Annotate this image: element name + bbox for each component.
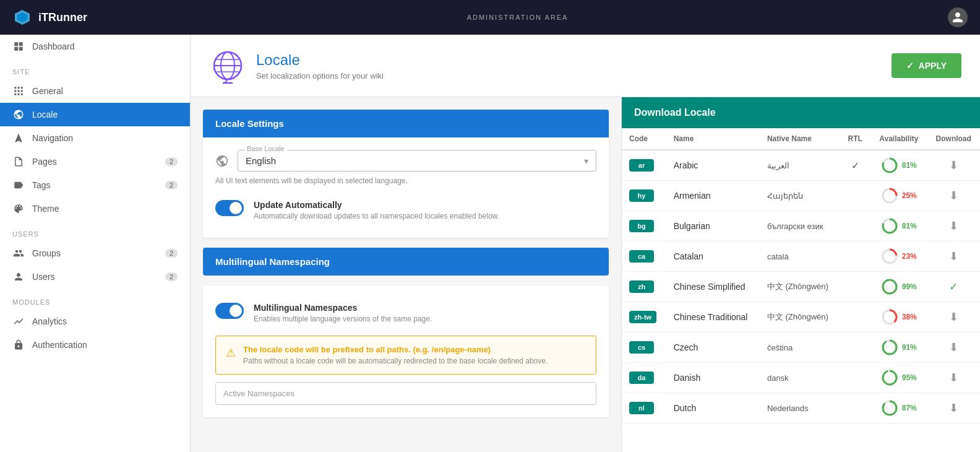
availability-percent: 81% xyxy=(902,222,917,230)
lang-download-cell[interactable]: ⬇ xyxy=(927,181,980,211)
lang-rtl-cell: ✓ xyxy=(840,150,870,181)
left-panel: Locale Settings Base Locale English ▾ xyxy=(191,97,621,452)
availability-indicator: 95% xyxy=(878,369,919,386)
multilingual-toggle[interactable] xyxy=(215,303,244,319)
col-code: Code xyxy=(622,128,666,150)
lang-avail-cell: 87% xyxy=(870,393,927,424)
base-locale-globe-icon xyxy=(215,154,229,168)
lang-native-text: 中文 (Zhōngwén) xyxy=(767,312,828,321)
base-locale-select[interactable]: English xyxy=(246,155,578,166)
availability-indicator: 99% xyxy=(878,278,919,295)
lang-avail-cell: 91% xyxy=(870,332,927,363)
sidebar-item-users[interactable]: Users 2 xyxy=(0,265,190,289)
table-row: arArabicالعربية✓ 81% ⬇ xyxy=(622,150,980,181)
lang-code-cell: bg xyxy=(622,211,666,241)
lang-name-text: Bulgarian xyxy=(674,221,710,231)
progress-circle xyxy=(881,187,898,204)
lang-code-cell: ca xyxy=(622,241,666,272)
lang-name-cell: Danish xyxy=(666,363,760,393)
availability-percent: 95% xyxy=(902,373,917,382)
table-row: zhChinese Simplified中文 (Zhōngwén) 99% ✓ xyxy=(622,272,980,302)
download-button-icon[interactable]: ⬇ xyxy=(949,189,958,202)
svg-point-21 xyxy=(883,341,896,354)
lang-avail-cell: 99% xyxy=(870,272,927,302)
groups-label: Groups xyxy=(32,248,158,258)
col-rtl: RTL xyxy=(840,128,870,150)
sidebar-item-theme[interactable]: Theme xyxy=(0,197,190,220)
lang-code-cell: hy xyxy=(622,181,666,211)
download-button-icon[interactable]: ⬇ xyxy=(949,159,958,172)
sidebar-item-navigation[interactable]: Navigation xyxy=(0,126,190,150)
progress-circle xyxy=(881,248,898,265)
availability-percent: 38% xyxy=(902,313,917,321)
sidebar-item-pages[interactable]: Pages 2 xyxy=(0,150,190,173)
multilingual-hint: Enables multiple language versions of th… xyxy=(254,315,432,323)
lang-name-cell: Arabic xyxy=(666,150,760,181)
tags-badge: 2 xyxy=(165,181,178,189)
progress-circle xyxy=(881,217,898,235)
sidebar-item-general[interactable]: General xyxy=(0,79,190,103)
download-button-icon[interactable]: ⬇ xyxy=(949,220,958,232)
sidebar-item-tags[interactable]: Tags 2 xyxy=(0,173,190,197)
lang-download-cell[interactable]: ⬇ xyxy=(927,393,980,424)
lang-avail-cell: 38% xyxy=(870,302,927,332)
users-section-label: Users xyxy=(0,220,190,241)
availability-percent: 81% xyxy=(902,161,917,170)
warning-text: Paths without a locale code will be auto… xyxy=(243,357,548,365)
lang-native-cell: català xyxy=(760,241,840,272)
update-auto-title: Update Automatically xyxy=(254,200,499,210)
lang-code-cell: zh xyxy=(622,272,666,302)
lang-download-cell[interactable]: ⬇ xyxy=(927,302,980,332)
user-avatar[interactable] xyxy=(948,7,968,27)
apply-button[interactable]: ✓ APPLY xyxy=(892,53,961,78)
lang-download-cell[interactable]: ⬇ xyxy=(927,332,980,363)
lang-download-cell[interactable]: ✓ xyxy=(927,272,980,302)
locale-table: Code Name Native Name RTL Availability D… xyxy=(622,128,980,424)
active-namespaces-field[interactable]: Active Namespaces xyxy=(215,382,596,405)
multilingual-header: Multilingual Namespacing xyxy=(203,248,609,276)
lang-avail-cell: 81% xyxy=(870,211,927,241)
download-button-icon[interactable]: ⬇ xyxy=(949,250,958,263)
download-button-icon[interactable]: ⬇ xyxy=(949,402,958,414)
apply-label: APPLY xyxy=(919,61,947,71)
site-section-label: Site xyxy=(0,58,190,79)
col-native: Native Name xyxy=(760,128,840,150)
download-button-icon[interactable]: ⬇ xyxy=(949,311,958,323)
lang-native-cell: 中文 (Zhōngwén) xyxy=(760,302,840,332)
sidebar-item-analytics[interactable]: Analytics xyxy=(0,310,190,333)
theme-label: Theme xyxy=(32,204,178,214)
base-locale-field[interactable]: Base Locale English ▾ xyxy=(238,150,596,172)
progress-circle xyxy=(881,308,898,326)
sidebar-item-locale[interactable]: Locale xyxy=(0,103,190,126)
base-locale-label: Base Locale xyxy=(244,145,287,152)
active-namespaces-label: Active Namespaces xyxy=(223,389,294,398)
update-auto-row: Update Automatically Automatically downl… xyxy=(215,195,596,225)
lang-code-badge: zh-tw xyxy=(629,311,656,323)
progress-circle xyxy=(881,157,898,174)
lang-download-cell[interactable]: ⬇ xyxy=(927,211,980,241)
lang-code-badge: zh xyxy=(629,280,654,293)
lang-name-text: Danish xyxy=(674,373,701,383)
lang-name-cell: Bulgarian xyxy=(666,211,760,241)
lang-download-cell[interactable]: ⬇ xyxy=(927,363,980,393)
sidebar-item-authentication[interactable]: Authentication xyxy=(0,333,190,357)
locale-label: Locale xyxy=(32,110,178,120)
update-auto-toggle[interactable] xyxy=(215,200,244,216)
sidebar-item-dashboard[interactable]: Dashboard xyxy=(0,35,190,58)
lang-name-cell: Catalan xyxy=(666,241,760,272)
lang-download-cell[interactable]: ⬇ xyxy=(927,150,980,181)
table-row: csCzechčeština 91% ⬇ xyxy=(622,332,980,363)
download-button-icon[interactable]: ⬇ xyxy=(949,341,958,354)
download-button-icon[interactable]: ⬇ xyxy=(949,372,958,384)
lang-download-cell[interactable]: ⬇ xyxy=(927,241,980,272)
download-locale-header: Download Locale xyxy=(622,97,980,128)
availability-indicator: 81% xyxy=(878,157,919,174)
navigation-icon xyxy=(12,133,25,144)
svg-point-23 xyxy=(883,371,896,385)
progress-circle xyxy=(881,399,898,417)
lang-native-text: 中文 (Zhōngwén) xyxy=(767,282,828,291)
col-name: Name xyxy=(666,128,760,150)
sidebar-item-groups[interactable]: Groups 2 xyxy=(0,241,190,265)
availability-percent: 25% xyxy=(902,191,917,200)
auth-label: Authentication xyxy=(32,340,178,350)
